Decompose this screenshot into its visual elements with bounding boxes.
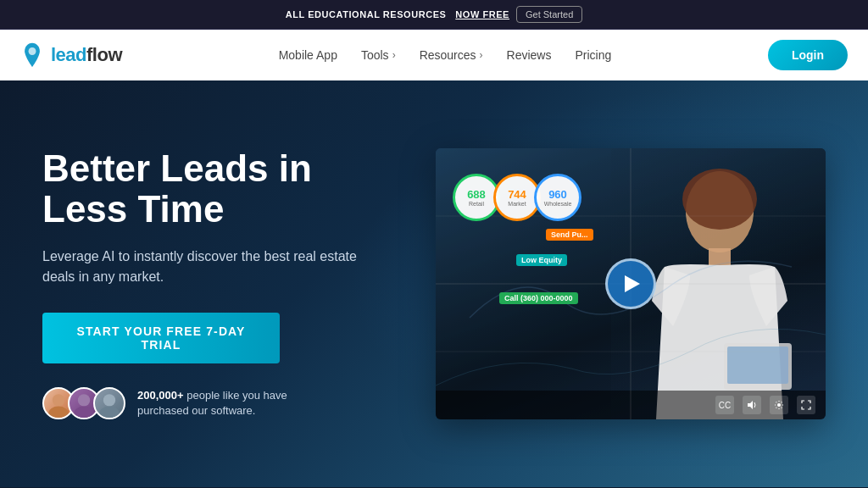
logo-icon bbox=[20, 42, 44, 69]
video-thumbnail[interactable]: 688 Retail 744 Market 960 Wholesale Send… bbox=[436, 148, 826, 419]
stats-overlay: 688 Retail 744 Market 960 Wholesale bbox=[453, 174, 581, 221]
nav-item-tools[interactable]: Tools › bbox=[361, 48, 396, 62]
nav-item-pricing[interactable]: Pricing bbox=[575, 48, 611, 62]
hero-section: Better Leads in Less Time Leverage AI to… bbox=[0, 80, 868, 487]
hero-right: 688 Retail 744 Market 960 Wholesale Send… bbox=[436, 148, 826, 419]
logo[interactable]: leadflow bbox=[20, 42, 122, 69]
tools-chevron-icon: › bbox=[392, 49, 396, 61]
nav-item-resources[interactable]: Resources › bbox=[420, 48, 483, 62]
svg-point-2 bbox=[78, 395, 90, 407]
svg-point-5 bbox=[99, 407, 119, 419]
avatar-group bbox=[42, 387, 125, 419]
logo-text: leadflow bbox=[51, 44, 122, 66]
avatar bbox=[93, 387, 125, 419]
svg-point-4 bbox=[103, 395, 115, 407]
play-icon bbox=[625, 275, 640, 292]
social-proof-text: 200,000+ people like you havepurchased o… bbox=[137, 388, 287, 419]
nav-links: Mobile App Tools › Resources › Reviews P… bbox=[279, 48, 612, 62]
tag-low-equity: Low Equity bbox=[516, 254, 567, 266]
cta-button[interactable]: START YOUR FREE 7-DAY TRIAL bbox=[42, 313, 280, 363]
hero-subtext: Leverage AI to instantly discover the be… bbox=[42, 247, 364, 287]
tag-send: Send Pu... bbox=[546, 229, 593, 241]
announcement-bar: ALL EDUCATIONAL RESOURCES NOW FREE Get S… bbox=[0, 0, 868, 30]
svg-point-0 bbox=[53, 395, 64, 407]
hero-headline: Better Leads in Less Time bbox=[42, 148, 402, 230]
login-button[interactable]: Login bbox=[768, 40, 848, 70]
svg-point-1 bbox=[48, 407, 68, 419]
tag-call: Call (360) 000-0000 bbox=[499, 292, 578, 304]
announcement-get-started-button[interactable]: Get Started bbox=[516, 6, 582, 23]
hero-left: Better Leads in Less Time Leverage AI to… bbox=[42, 148, 436, 420]
play-button[interactable] bbox=[605, 258, 656, 309]
navbar: leadflow Mobile App Tools › Resources › … bbox=[0, 30, 868, 80]
nav-item-mobile-app[interactable]: Mobile App bbox=[279, 48, 337, 62]
nav-item-reviews[interactable]: Reviews bbox=[507, 48, 552, 62]
announcement-text: ALL EDUCATIONAL RESOURCES NOW FREE bbox=[286, 9, 509, 19]
stat-circle-wholesale: 960 Wholesale bbox=[534, 174, 581, 221]
social-proof: 200,000+ people like you havepurchased o… bbox=[42, 387, 402, 419]
resources-chevron-icon: › bbox=[480, 49, 483, 61]
svg-point-3 bbox=[74, 407, 93, 419]
